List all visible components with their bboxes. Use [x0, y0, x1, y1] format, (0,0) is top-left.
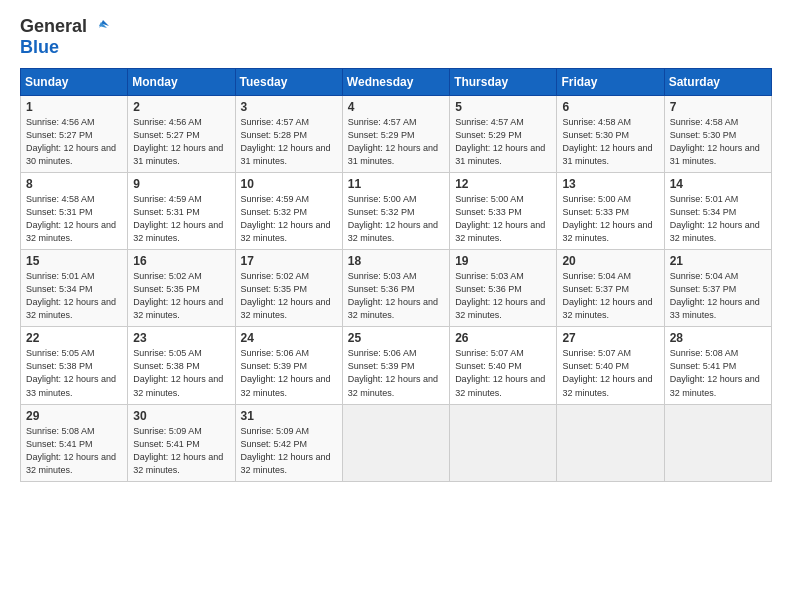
- calendar-week-3: 15Sunrise: 5:01 AMSunset: 5:34 PMDayligh…: [21, 250, 772, 327]
- day-info: Sunrise: 4:59 AMSunset: 5:31 PMDaylight:…: [133, 193, 229, 245]
- calendar-cell: 18Sunrise: 5:03 AMSunset: 5:36 PMDayligh…: [342, 250, 449, 327]
- day-number: 19: [455, 254, 551, 268]
- calendar-cell: 24Sunrise: 5:06 AMSunset: 5:39 PMDayligh…: [235, 327, 342, 404]
- calendar-cell: 20Sunrise: 5:04 AMSunset: 5:37 PMDayligh…: [557, 250, 664, 327]
- calendar-cell: 14Sunrise: 5:01 AMSunset: 5:34 PMDayligh…: [664, 172, 771, 249]
- day-number: 3: [241, 100, 337, 114]
- day-number: 7: [670, 100, 766, 114]
- calendar-cell: 31Sunrise: 5:09 AMSunset: 5:42 PMDayligh…: [235, 404, 342, 481]
- day-info: Sunrise: 5:01 AMSunset: 5:34 PMDaylight:…: [26, 270, 122, 322]
- day-number: 6: [562, 100, 658, 114]
- day-number: 30: [133, 409, 229, 423]
- day-number: 26: [455, 331, 551, 345]
- calendar-week-4: 22Sunrise: 5:05 AMSunset: 5:38 PMDayligh…: [21, 327, 772, 404]
- day-number: 31: [241, 409, 337, 423]
- day-info: Sunrise: 5:00 AMSunset: 5:32 PMDaylight:…: [348, 193, 444, 245]
- logo-text-general: General: [20, 17, 87, 37]
- calendar-cell: [557, 404, 664, 481]
- col-tuesday: Tuesday: [235, 68, 342, 95]
- day-info: Sunrise: 5:02 AMSunset: 5:35 PMDaylight:…: [241, 270, 337, 322]
- day-number: 1: [26, 100, 122, 114]
- day-info: Sunrise: 4:57 AMSunset: 5:28 PMDaylight:…: [241, 116, 337, 168]
- day-info: Sunrise: 5:03 AMSunset: 5:36 PMDaylight:…: [348, 270, 444, 322]
- calendar-cell: 28Sunrise: 5:08 AMSunset: 5:41 PMDayligh…: [664, 327, 771, 404]
- day-number: 14: [670, 177, 766, 191]
- day-info: Sunrise: 5:00 AMSunset: 5:33 PMDaylight:…: [562, 193, 658, 245]
- calendar-cell: 3Sunrise: 4:57 AMSunset: 5:28 PMDaylight…: [235, 95, 342, 172]
- calendar-cell: 8Sunrise: 4:58 AMSunset: 5:31 PMDaylight…: [21, 172, 128, 249]
- day-number: 2: [133, 100, 229, 114]
- day-number: 27: [562, 331, 658, 345]
- day-number: 8: [26, 177, 122, 191]
- calendar-cell: 29Sunrise: 5:08 AMSunset: 5:41 PMDayligh…: [21, 404, 128, 481]
- day-info: Sunrise: 5:09 AMSunset: 5:42 PMDaylight:…: [241, 425, 337, 477]
- day-number: 20: [562, 254, 658, 268]
- day-number: 13: [562, 177, 658, 191]
- logo: General Blue: [20, 16, 111, 58]
- col-wednesday: Wednesday: [342, 68, 449, 95]
- day-info: Sunrise: 5:01 AMSunset: 5:34 PMDaylight:…: [670, 193, 766, 245]
- col-monday: Monday: [128, 68, 235, 95]
- col-saturday: Saturday: [664, 68, 771, 95]
- calendar-cell: 26Sunrise: 5:07 AMSunset: 5:40 PMDayligh…: [450, 327, 557, 404]
- calendar-cell: 16Sunrise: 5:02 AMSunset: 5:35 PMDayligh…: [128, 250, 235, 327]
- day-info: Sunrise: 5:03 AMSunset: 5:36 PMDaylight:…: [455, 270, 551, 322]
- day-info: Sunrise: 5:05 AMSunset: 5:38 PMDaylight:…: [26, 347, 122, 399]
- day-number: 28: [670, 331, 766, 345]
- day-info: Sunrise: 4:57 AMSunset: 5:29 PMDaylight:…: [455, 116, 551, 168]
- calendar-cell: 10Sunrise: 4:59 AMSunset: 5:32 PMDayligh…: [235, 172, 342, 249]
- col-sunday: Sunday: [21, 68, 128, 95]
- calendar-cell: [664, 404, 771, 481]
- calendar-cell: 11Sunrise: 5:00 AMSunset: 5:32 PMDayligh…: [342, 172, 449, 249]
- day-number: 10: [241, 177, 337, 191]
- day-info: Sunrise: 4:58 AMSunset: 5:30 PMDaylight:…: [562, 116, 658, 168]
- day-info: Sunrise: 4:56 AMSunset: 5:27 PMDaylight:…: [26, 116, 122, 168]
- day-number: 29: [26, 409, 122, 423]
- day-number: 23: [133, 331, 229, 345]
- calendar-cell: 17Sunrise: 5:02 AMSunset: 5:35 PMDayligh…: [235, 250, 342, 327]
- day-number: 4: [348, 100, 444, 114]
- calendar-cell: [450, 404, 557, 481]
- calendar-cell: 1Sunrise: 4:56 AMSunset: 5:27 PMDaylight…: [21, 95, 128, 172]
- day-info: Sunrise: 5:08 AMSunset: 5:41 PMDaylight:…: [670, 347, 766, 399]
- calendar-cell: 25Sunrise: 5:06 AMSunset: 5:39 PMDayligh…: [342, 327, 449, 404]
- day-info: Sunrise: 5:05 AMSunset: 5:38 PMDaylight:…: [133, 347, 229, 399]
- calendar-cell: 23Sunrise: 5:05 AMSunset: 5:38 PMDayligh…: [128, 327, 235, 404]
- calendar-cell: 30Sunrise: 5:09 AMSunset: 5:41 PMDayligh…: [128, 404, 235, 481]
- day-number: 9: [133, 177, 229, 191]
- calendar-week-5: 29Sunrise: 5:08 AMSunset: 5:41 PMDayligh…: [21, 404, 772, 481]
- header-row: Sunday Monday Tuesday Wednesday Thursday…: [21, 68, 772, 95]
- day-info: Sunrise: 5:04 AMSunset: 5:37 PMDaylight:…: [562, 270, 658, 322]
- day-info: Sunrise: 5:09 AMSunset: 5:41 PMDaylight:…: [133, 425, 229, 477]
- day-number: 12: [455, 177, 551, 191]
- header: General Blue: [20, 16, 772, 58]
- calendar-cell: 21Sunrise: 5:04 AMSunset: 5:37 PMDayligh…: [664, 250, 771, 327]
- calendar-cell: 13Sunrise: 5:00 AMSunset: 5:33 PMDayligh…: [557, 172, 664, 249]
- day-number: 18: [348, 254, 444, 268]
- logo-text-blue: Blue: [20, 38, 59, 58]
- day-info: Sunrise: 5:04 AMSunset: 5:37 PMDaylight:…: [670, 270, 766, 322]
- calendar-cell: 7Sunrise: 4:58 AMSunset: 5:30 PMDaylight…: [664, 95, 771, 172]
- day-number: 21: [670, 254, 766, 268]
- page-container: General Blue Sunday Monday Tuesday Wedne…: [0, 0, 792, 492]
- day-info: Sunrise: 4:58 AMSunset: 5:31 PMDaylight:…: [26, 193, 122, 245]
- calendar-cell: [342, 404, 449, 481]
- day-number: 22: [26, 331, 122, 345]
- calendar-week-1: 1Sunrise: 4:56 AMSunset: 5:27 PMDaylight…: [21, 95, 772, 172]
- day-info: Sunrise: 4:56 AMSunset: 5:27 PMDaylight:…: [133, 116, 229, 168]
- calendar-cell: 5Sunrise: 4:57 AMSunset: 5:29 PMDaylight…: [450, 95, 557, 172]
- day-number: 11: [348, 177, 444, 191]
- calendar-cell: 2Sunrise: 4:56 AMSunset: 5:27 PMDaylight…: [128, 95, 235, 172]
- day-info: Sunrise: 5:02 AMSunset: 5:35 PMDaylight:…: [133, 270, 229, 322]
- day-info: Sunrise: 4:59 AMSunset: 5:32 PMDaylight:…: [241, 193, 337, 245]
- day-number: 15: [26, 254, 122, 268]
- calendar-cell: 6Sunrise: 4:58 AMSunset: 5:30 PMDaylight…: [557, 95, 664, 172]
- calendar-cell: 19Sunrise: 5:03 AMSunset: 5:36 PMDayligh…: [450, 250, 557, 327]
- calendar-week-2: 8Sunrise: 4:58 AMSunset: 5:31 PMDaylight…: [21, 172, 772, 249]
- day-number: 16: [133, 254, 229, 268]
- col-friday: Friday: [557, 68, 664, 95]
- logo-bird-icon: [89, 16, 111, 38]
- day-info: Sunrise: 4:58 AMSunset: 5:30 PMDaylight:…: [670, 116, 766, 168]
- calendar-cell: 15Sunrise: 5:01 AMSunset: 5:34 PMDayligh…: [21, 250, 128, 327]
- day-number: 5: [455, 100, 551, 114]
